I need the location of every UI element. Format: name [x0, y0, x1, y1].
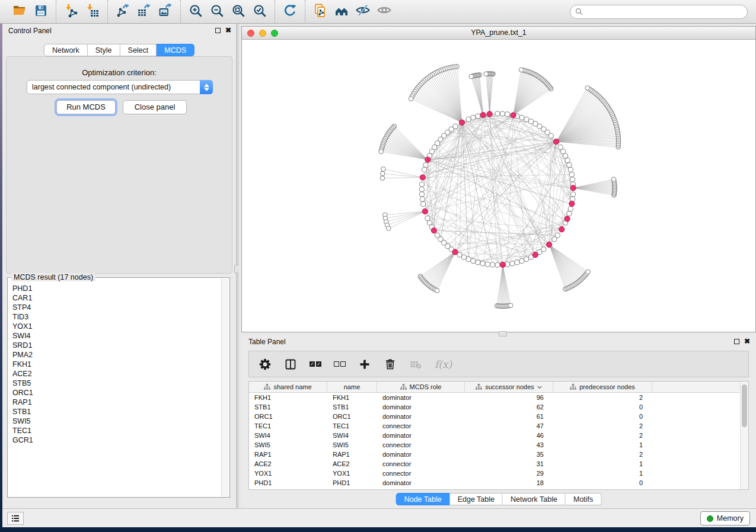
- mcds-result-item[interactable]: STP4: [8, 303, 221, 312]
- mcds-result-item[interactable]: PMA2: [8, 350, 221, 360]
- mcds-result-scrollbar[interactable]: [221, 278, 229, 496]
- table-cell[interactable]: 2: [553, 393, 652, 402]
- table-cell[interactable]: ORC1: [327, 412, 377, 421]
- table-cell[interactable]: STB1: [249, 402, 327, 412]
- table-cell[interactable]: 18: [465, 478, 553, 488]
- zoom-fit-button[interactable]: [228, 2, 249, 21]
- table-row[interactable]: YOX1YOX1connector291: [249, 469, 748, 478]
- table-cell[interactable]: PHD1: [249, 478, 327, 488]
- table-cell[interactable]: 1: [553, 440, 652, 450]
- table-cell[interactable]: RAP1: [327, 450, 377, 459]
- mcds-result-item[interactable]: RAP1: [8, 398, 221, 407]
- table-cell[interactable]: 96: [465, 393, 553, 402]
- table-cell[interactable]: 35: [465, 450, 553, 459]
- delete-rows-button[interactable]: [384, 358, 397, 371]
- table-cell[interactable]: 62: [465, 402, 553, 412]
- table-cell[interactable]: FKH1: [249, 393, 327, 402]
- table-panel-float-button[interactable]: [734, 339, 739, 344]
- mcds-result-item[interactable]: ORC1: [8, 388, 221, 398]
- mcds-result-item[interactable]: STB1: [8, 407, 221, 416]
- criterion-dropdown[interactable]: largest connected component (undirected): [27, 80, 213, 94]
- table-cell[interactable]: SWI5: [327, 440, 377, 450]
- show-columns-button[interactable]: [284, 358, 297, 371]
- column-header-shared-name[interactable]: shared name: [249, 382, 327, 392]
- search-input[interactable]: [586, 8, 742, 16]
- table-row[interactable]: SWI5SWI5connector431: [249, 440, 748, 450]
- open-session-button[interactable]: [9, 2, 30, 21]
- table-cell[interactable]: 2: [553, 421, 652, 431]
- mcds-result-item[interactable]: SRD1: [8, 341, 221, 350]
- table-cell[interactable]: ACE2: [327, 459, 377, 469]
- column-header-MCDS-role[interactable]: MCDS role: [377, 382, 465, 392]
- mcds-result-item[interactable]: STB5: [8, 379, 221, 388]
- table-cell[interactable]: 1: [553, 469, 652, 478]
- table-row[interactable]: SWI4SWI4dominator462: [249, 431, 748, 440]
- network-canvas[interactable]: [242, 40, 755, 332]
- close-panel-button[interactable]: Close panel: [123, 100, 187, 114]
- table-row[interactable]: FKH1FKH1dominator962: [249, 393, 748, 402]
- table-cell[interactable]: dominator: [377, 478, 465, 488]
- table-cell[interactable]: 1: [553, 459, 652, 469]
- column-header-predecessor-nodes[interactable]: predecessor nodes: [553, 382, 652, 392]
- table-cell[interactable]: dominator: [377, 393, 465, 402]
- table-cell[interactable]: TEC1: [327, 421, 377, 431]
- tab-edge-table[interactable]: Edge Table: [450, 493, 503, 505]
- mcds-result-item[interactable]: YOX1: [8, 322, 221, 331]
- tab-select[interactable]: Select: [120, 44, 157, 56]
- mcds-result-item[interactable]: CAR1: [8, 293, 221, 303]
- table-cell[interactable]: 0: [553, 402, 652, 412]
- export-table-button[interactable]: [133, 2, 155, 21]
- mcds-result-item[interactable]: ACE2: [8, 369, 221, 379]
- table-cell[interactable]: FKH1: [327, 393, 377, 402]
- zoom-in-button[interactable]: [185, 2, 206, 21]
- tab-motifs[interactable]: Motifs: [566, 493, 601, 505]
- show-all-button[interactable]: [374, 2, 395, 21]
- table-cell[interactable]: connector: [377, 469, 465, 478]
- network-graph[interactable]: [242, 40, 755, 332]
- mcds-result-item[interactable]: FKH1: [8, 360, 221, 369]
- select-all-rows-button[interactable]: ✓✓: [310, 361, 321, 367]
- tab-mcds[interactable]: MCDS: [157, 44, 194, 56]
- zoom-selected-button[interactable]: [249, 2, 270, 21]
- table-cell[interactable]: 0: [553, 478, 652, 488]
- table-cell[interactable]: TEC1: [249, 421, 327, 431]
- table-cell[interactable]: STB1: [327, 402, 377, 412]
- table-cell[interactable]: connector: [377, 421, 465, 431]
- table-scrollbar[interactable]: [740, 382, 748, 489]
- table-scrollbar-thumb[interactable]: [742, 384, 747, 427]
- save-session-button[interactable]: [30, 2, 52, 21]
- table-row[interactable]: ACE2ACE2connector311: [249, 459, 748, 469]
- table-row[interactable]: TEC1TEC1connector472: [249, 421, 748, 431]
- table-row[interactable]: STB1STB1dominator620: [249, 402, 748, 412]
- table-row[interactable]: ORC1ORC1dominator610: [249, 412, 748, 421]
- table-row[interactable]: PHD1PHD1dominator180: [249, 478, 748, 488]
- table-cell[interactable]: 43: [465, 440, 553, 450]
- table-options-button[interactable]: [259, 358, 272, 371]
- table-cell[interactable]: ACE2: [249, 459, 327, 469]
- table-cell[interactable]: 31: [465, 459, 553, 469]
- table-cell[interactable]: 2: [553, 450, 652, 459]
- mcds-result-list[interactable]: PHD1CAR1STP4TID3YOX1SWI4SRD1PMA2FKH1ACE2…: [8, 278, 221, 496]
- table-cell[interactable]: SWI4: [327, 431, 377, 440]
- table-cell[interactable]: PHD1: [327, 478, 377, 488]
- clone-network-button[interactable]: [310, 2, 331, 21]
- horizontal-splitter-handle[interactable]: [499, 331, 507, 336]
- table-cell[interactable]: ORC1: [249, 412, 327, 421]
- import-network-button[interactable]: [60, 2, 82, 21]
- task-history-button[interactable]: [7, 512, 24, 525]
- column-header-name[interactable]: name: [327, 382, 377, 392]
- mcds-result-item[interactable]: TEC1: [8, 426, 221, 435]
- deselect-all-rows-button[interactable]: [334, 361, 346, 367]
- tab-style[interactable]: Style: [88, 44, 120, 56]
- run-mcds-button[interactable]: Run MCDS: [56, 100, 116, 114]
- table-cell[interactable]: YOX1: [327, 469, 377, 478]
- table-cell[interactable]: 29: [465, 469, 553, 478]
- table-cell[interactable]: dominator: [377, 412, 465, 421]
- table-cell[interactable]: 0: [553, 412, 652, 421]
- export-network-button[interactable]: [112, 2, 133, 21]
- column-header-successor-nodes[interactable]: successor nodes: [465, 382, 553, 392]
- zoom-out-button[interactable]: [206, 2, 228, 21]
- export-image-button[interactable]: [155, 2, 176, 21]
- table-row[interactable]: RAP1RAP1dominator352: [249, 450, 748, 459]
- tab-network-table[interactable]: Network Table: [503, 493, 566, 505]
